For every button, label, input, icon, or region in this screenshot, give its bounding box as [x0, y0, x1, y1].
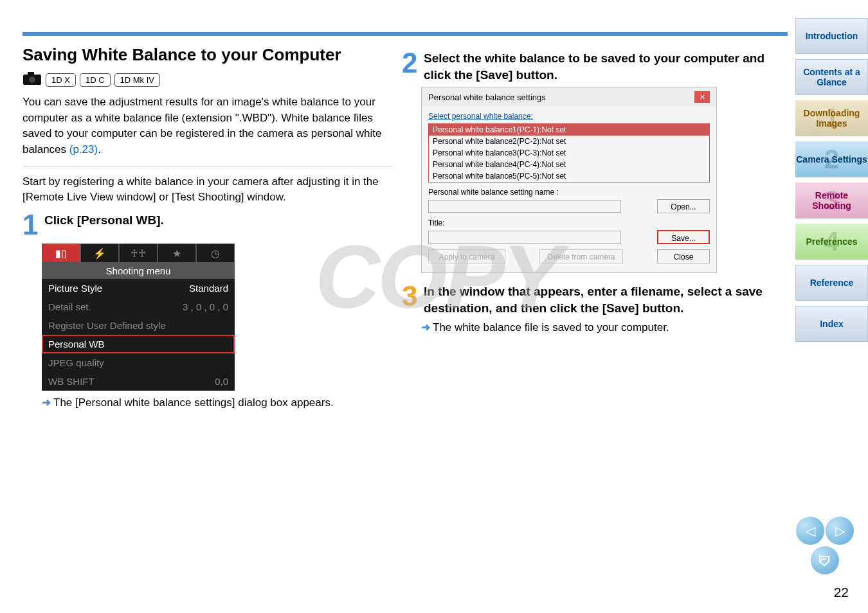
step-3-result: ➜The white balance file is saved to your… — [421, 321, 788, 334]
shooting-menu-screenshot: ▮▯ ⚡ ♰♰ ★ ◷ Shooting menu Picture StyleS… — [42, 244, 235, 391]
top-rule — [23, 32, 788, 36]
dialog-title: Personal white balance settings — [428, 93, 546, 102]
step-1-text: Click [Personal WB]. — [44, 212, 164, 229]
menu-item: JPEG quality — [42, 353, 235, 372]
sidebar-item-downloading[interactable]: 1Downloading Images — [795, 100, 868, 136]
list-item: Personal white balance5(PC-5):Not set — [429, 170, 709, 182]
page-link[interactable]: (p.23) — [69, 143, 98, 155]
camera-badge: 1D C — [80, 73, 111, 87]
title-input — [428, 231, 621, 244]
arrow-icon: ➜ — [42, 396, 51, 409]
sidebar-item-preferences[interactable]: 4Preferences — [795, 224, 868, 260]
sidebar-item-index[interactable]: Index — [795, 306, 868, 342]
menu-header: Shooting menu — [42, 263, 235, 279]
close-icon: ✕ — [694, 91, 710, 103]
page-number: 22 — [834, 585, 849, 600]
wb-listbox: Personal white balance1(PC-1):Not set Pe… — [428, 123, 710, 182]
save-button: Save... — [657, 230, 710, 244]
sidebar-item-contents[interactable]: Contents at a Glance — [795, 59, 868, 95]
step-2-text: Select the white balance to be saved to … — [424, 50, 788, 83]
menu-item: Register User Defined style — [42, 316, 235, 335]
lead-in-text: Start by registering a white balance in … — [23, 174, 392, 206]
list-item: Personal white balance2(PC-2):Not set — [429, 136, 709, 147]
step-1-number: 1 — [23, 212, 41, 238]
step-1-result: ➜The [Personal white balance settings] d… — [42, 396, 392, 409]
menu-item-personal-wb: Personal WB — [42, 335, 235, 353]
sidebar-item-remote-shooting[interactable]: 3Remote Shooting — [795, 182, 868, 218]
step-3-text: In the window that appears, enter a file… — [424, 283, 788, 316]
select-wb-label: Select personal white balance: — [428, 112, 710, 121]
apply-button: Apply to camera — [428, 249, 505, 263]
page-nav-controls: ◁ ▷ — [796, 517, 854, 574]
camera-icon — [23, 71, 42, 88]
title-label: Title: — [428, 218, 710, 227]
divider — [23, 166, 392, 166]
intro-text: You can save the adjustment results for … — [23, 94, 392, 158]
list-item: Personal white balance4(PC-4):Not set — [429, 159, 709, 170]
step-3-number: 3 — [402, 283, 420, 309]
list-item: Personal white balance3(PC-3):Not set — [429, 147, 709, 159]
wb-name-label: Personal white balance setting name : — [428, 188, 710, 197]
sidebar-item-reference[interactable]: Reference — [795, 265, 868, 301]
delete-button: Delete from camera — [539, 249, 623, 263]
menu-item: WB SHIFT0,0 — [42, 372, 235, 391]
menu-tab-star-icon: ★ — [158, 244, 196, 263]
sidebar-nav: Introduction Contents at a Glance 1Downl… — [795, 18, 868, 347]
arrow-icon: ➜ — [421, 321, 430, 333]
sidebar-item-camera-settings[interactable]: 2Camera Settings — [795, 141, 868, 177]
next-page-button[interactable]: ▷ — [826, 517, 854, 545]
back-button[interactable] — [811, 546, 839, 574]
wb-name-input — [428, 200, 621, 213]
list-item: Personal white balance1(PC-1):Not set — [429, 124, 709, 136]
sidebar-item-introduction[interactable]: Introduction — [795, 18, 868, 54]
svg-rect-1 — [28, 72, 34, 76]
close-button: Close — [657, 249, 710, 263]
wb-settings-dialog: Personal white balance settings ✕ Select… — [421, 87, 717, 273]
camera-badge: 1D X — [46, 73, 76, 87]
camera-badge: 1D Mk IV — [114, 73, 160, 87]
open-button: Open... — [657, 199, 710, 213]
prev-page-button[interactable]: ◁ — [796, 517, 824, 545]
menu-item: Picture StyleStandard — [42, 279, 235, 298]
menu-tab-camera-icon: ▮▯ — [42, 244, 80, 263]
menu-tab-tools-icon: ♰♰ — [119, 244, 158, 263]
menu-tab-clock-icon: ◷ — [196, 244, 235, 263]
svg-point-2 — [29, 76, 35, 83]
menu-tab-flash-icon: ⚡ — [80, 244, 119, 263]
section-title: Saving White Balance to your Computer — [23, 45, 392, 65]
step-2-number: 2 — [402, 50, 420, 76]
menu-item: Detail set.3 , 0 , 0 , 0 — [42, 298, 235, 316]
